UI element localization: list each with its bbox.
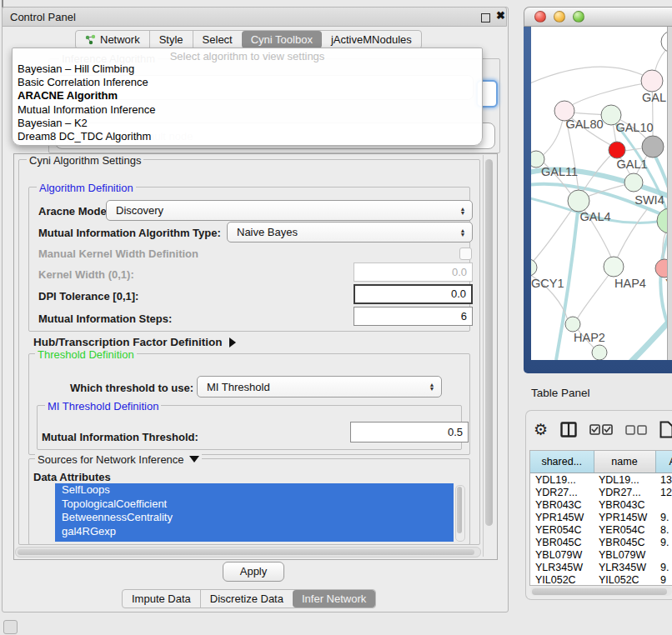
- table-cell[interactable]: YBR043C: [530, 498, 594, 511]
- network-node[interactable]: [641, 70, 663, 92]
- table-cell[interactable]: YPR145W: [594, 511, 655, 523]
- tab-network[interactable]: Network: [76, 31, 149, 48]
- network-vscrollbar[interactable]: [667, 27, 672, 360]
- network-node[interactable]: [568, 190, 589, 212]
- tab-jactivemnodules[interactable]: jActiveMNodules: [322, 31, 421, 48]
- gear-icon[interactable]: ⚙: [534, 422, 548, 438]
- table-row[interactable]: YDL19...YDL19...13: [530, 473, 672, 487]
- algorithm-option[interactable]: Mutual Information Inference: [13, 103, 482, 117]
- document-icon[interactable]: [659, 421, 672, 438]
- column-header[interactable]: shared...: [530, 451, 594, 473]
- table-cell[interactable]: YBR045C: [594, 536, 655, 548]
- attribute-item[interactable]: TopologicalCoefficient: [55, 498, 454, 512]
- table-row[interactable]: YBL079WYBL079W: [530, 548, 672, 561]
- settings-hscrollbar[interactable]: [15, 547, 481, 558]
- table-cell[interactable]: YPR145W: [530, 511, 594, 523]
- network-edge[interactable]: [577, 272, 611, 319]
- table-cell[interactable]: YLR345W: [594, 561, 655, 573]
- table-cell[interactable]: YBL079W: [594, 548, 655, 561]
- table-cell[interactable]: YIL052C: [530, 573, 594, 586]
- tab-select[interactable]: Select: [193, 31, 242, 48]
- tab-discretize-data[interactable]: Discretize Data: [200, 590, 293, 608]
- algorithm-option[interactable]: Basic Correlation Inference: [13, 76, 482, 89]
- table-cell[interactable]: YBL079W: [530, 548, 594, 561]
- table-cell[interactable]: YLR345W: [530, 561, 594, 573]
- table-cell[interactable]: [655, 498, 672, 511]
- aracne-mode-combo[interactable]: Discovery ▲▼: [106, 200, 473, 221]
- zoom-traffic-light[interactable]: [573, 11, 584, 22]
- checked-pair-icon[interactable]: [589, 424, 613, 435]
- attribute-item[interactable]: SelfLoops: [55, 483, 454, 498]
- table-cell[interactable]: YDL19...: [530, 473, 594, 487]
- settings-vscrollbar[interactable]: [483, 155, 495, 557]
- table-cell[interactable]: YBR043C: [594, 498, 655, 511]
- table-cell[interactable]: YER054C: [594, 523, 655, 536]
- table-cell[interactable]: YBR045C: [530, 536, 594, 548]
- table-hscrollbar[interactable]: [530, 587, 672, 596]
- table-cell[interactable]: 13: [655, 473, 672, 487]
- table-cell[interactable]: 9: [655, 573, 672, 586]
- network-edge[interactable]: [533, 208, 573, 262]
- unchecked-pair-icon[interactable]: [625, 425, 647, 435]
- node-table[interactable]: shared...nameA YDL19...YDL19...13YDR27..…: [529, 450, 672, 586]
- network-node[interactable]: [661, 31, 667, 52]
- table-cell[interactable]: YIL052C: [594, 573, 655, 586]
- table-row[interactable]: YBR045CYBR045C9.: [530, 536, 672, 548]
- network-node[interactable]: [609, 142, 625, 158]
- table-cell[interactable]: YER054C: [530, 523, 594, 536]
- network-node[interactable]: [531, 259, 537, 276]
- control-panel-titlebar[interactable]: Control Panel ✖: [2, 7, 507, 27]
- manual-kernel-checkbox[interactable]: [459, 248, 472, 260]
- close-traffic-light[interactable]: [534, 11, 546, 22]
- algorithm-option[interactable]: Dream8 DC_TDC Algorithm: [13, 130, 482, 143]
- table-cell[interactable]: YDR27...: [594, 486, 655, 498]
- attribute-item[interactable]: gal4RGexp: [55, 525, 454, 539]
- attributes-scrollbar[interactable]: [455, 485, 465, 542]
- tab-style[interactable]: Style: [149, 31, 193, 48]
- table-header-row[interactable]: shared...nameA: [530, 451, 672, 473]
- network-node[interactable]: [604, 257, 624, 277]
- tab-infer-network[interactable]: Infer Network: [293, 590, 375, 608]
- table-cell[interactable]: 12: [655, 486, 672, 498]
- hub-definition-toggle[interactable]: Hub/Transcription Factor Definition: [33, 336, 236, 348]
- sources-group-toggle[interactable]: Sources for Network Inference: [35, 453, 202, 466]
- tab-cyni-toolbox[interactable]: Cyni Toolbox: [242, 31, 322, 48]
- network-canvas[interactable]: GALGAL80GAL10GAL1GAL11SWI4GAL4GCY1HAP4YH…: [531, 27, 667, 360]
- table-cell[interactable]: YDL19...: [594, 473, 655, 487]
- table-cell[interactable]: 9.: [655, 561, 672, 573]
- dock-grip[interactable]: [3, 620, 18, 634]
- table-cell[interactable]: YDR27...: [530, 486, 594, 498]
- table-row[interactable]: YDR27...YDR27...12: [530, 486, 672, 498]
- which-threshold-combo[interactable]: MI Threshold ▲▼: [197, 376, 442, 398]
- algorithm-option[interactable]: ARACNE Algorithm: [13, 89, 482, 102]
- float-window-icon[interactable]: [481, 13, 490, 22]
- table-cell[interactable]: 8.: [655, 523, 672, 536]
- network-node[interactable]: [642, 136, 664, 158]
- network-edge[interactable]: [629, 312, 667, 360]
- mi-type-combo[interactable]: Naive Bayes ▲▼: [227, 222, 473, 242]
- table-row[interactable]: YBR043CYBR043C: [530, 498, 672, 511]
- network-node[interactable]: [624, 173, 643, 192]
- close-icon[interactable]: ✖: [496, 9, 505, 22]
- network-window-titlebar[interactable]: [524, 7, 672, 27]
- columns-icon[interactable]: [560, 422, 577, 438]
- network-node[interactable]: [655, 259, 667, 278]
- table-row[interactable]: YIL052CYIL052C9: [530, 573, 672, 586]
- table-row[interactable]: YLR345WYLR345W9.: [530, 561, 672, 573]
- apply-button[interactable]: Apply: [223, 562, 284, 582]
- algorithm-option[interactable]: Bayesian – K2: [13, 117, 482, 130]
- column-header[interactable]: name: [594, 451, 655, 473]
- network-edge[interactable]: [541, 115, 564, 157]
- kernel-width-field[interactable]: 0.0: [354, 262, 473, 282]
- table-row[interactable]: YPR145WYPR145W9.: [530, 511, 672, 523]
- network-edge[interactable]: [616, 208, 648, 260]
- table-cell[interactable]: [655, 548, 672, 561]
- minimize-traffic-light[interactable]: [554, 11, 565, 22]
- table-cell[interactable]: 9.: [655, 536, 672, 548]
- network-edge[interactable]: [568, 82, 649, 108]
- algorithm-option[interactable]: Bayesian – Hill Climbing: [13, 62, 482, 76]
- table-cell[interactable]: 9.: [655, 511, 672, 523]
- network-edge[interactable]: [531, 67, 649, 85]
- network-node[interactable]: [592, 345, 607, 360]
- dpi-tolerance-field[interactable]: 0.0: [354, 284, 473, 304]
